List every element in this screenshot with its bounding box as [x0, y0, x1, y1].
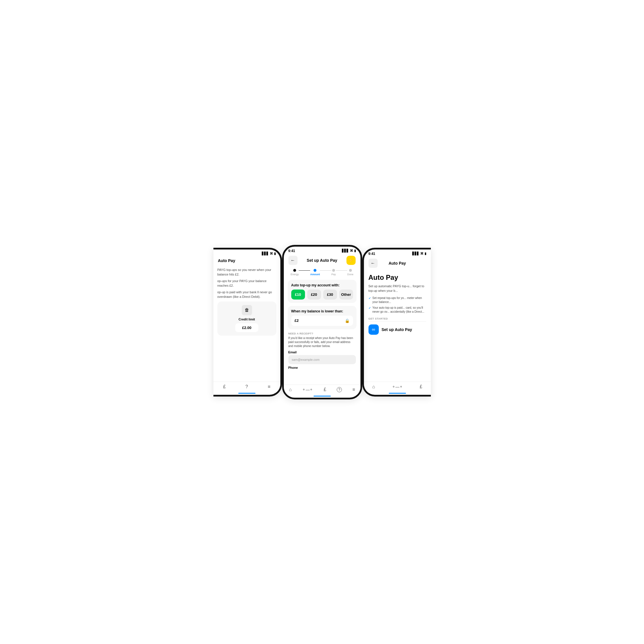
balance-card: When my balance is lower than: £2 🔒	[288, 306, 356, 329]
balance-input-row: £2 🔒	[291, 316, 353, 326]
back-button-right[interactable]: ←	[368, 259, 378, 268]
help-icon-center: ?	[337, 387, 342, 392]
check-list: ✓ Set repeat top-ups for yo... meter whe…	[368, 296, 426, 314]
check-text-2: Your auto top-up is paid... card, so you…	[372, 306, 426, 314]
wifi-icon-right: ⌘	[420, 252, 423, 255]
receipt-section: NEED A RECEIPT? If you'd like a receipt …	[288, 332, 356, 370]
amount-options: £10 £20 £30 Other	[291, 290, 353, 300]
balance-card-title: When my balance is lower than:	[291, 309, 353, 313]
nav-billing-left[interactable]: £	[223, 384, 226, 389]
center-content: Auto top-up my account with: £10 £20 £30…	[284, 277, 360, 385]
left-text-3: op-up is paid with your bank ll never go…	[217, 290, 276, 299]
credit-limit-value: £2.00	[235, 323, 258, 332]
nav-menu-left[interactable]: ≡	[268, 384, 270, 389]
signal-icon-center: ▋▋▋	[342, 249, 349, 253]
trash-icon[interactable]: 🗑	[242, 305, 252, 315]
page-title-left: Auto Pay	[218, 258, 235, 263]
lock-icon: 🔒	[345, 318, 350, 323]
right-description: Set up automatic PAYG top-u... forget to…	[368, 284, 426, 293]
amount-btn-30[interactable]: £30	[323, 290, 337, 300]
step-dot-energy	[293, 269, 296, 272]
receipt-desc: If you'd like a receipt when your Auto P…	[288, 336, 356, 348]
email-input[interactable]: sam@example.com	[288, 355, 356, 364]
receipt-label: NEED A RECEIPT?	[288, 332, 356, 335]
step-line-3	[336, 270, 347, 271]
email-label: Email	[288, 350, 356, 354]
battery-icon-center: ▮	[354, 249, 356, 253]
infinity-icon: ∞	[368, 324, 379, 335]
flash-icon-center[interactable]: ⚡	[346, 256, 356, 265]
nav-usage-center[interactable]: ⚬—⚬	[302, 387, 313, 392]
nav-bar-right: ← Auto Pay	[364, 257, 431, 270]
battery-icon-right: ▮	[425, 252, 426, 255]
nav-title-right: Auto Pay	[389, 261, 406, 265]
nav-home-center[interactable]: ⌂	[289, 387, 292, 392]
step-label-amount: Amount	[310, 273, 320, 276]
bottom-nav-right: ⌂ ⚬—⚬ £	[364, 382, 431, 393]
status-bar-right: 9:41 ▋▋▋ ⌘ ▮	[364, 249, 431, 257]
nav-bar-left: Auto Pay	[213, 257, 280, 265]
check-mark-2: ✓	[368, 306, 371, 310]
step-line-1	[299, 270, 310, 271]
check-mark-1: ✓	[368, 296, 371, 300]
step-label-pay: Pay	[331, 273, 336, 276]
amount-btn-20[interactable]: £20	[307, 290, 321, 300]
bottom-indicator-right	[389, 393, 406, 394]
nav-title-center: Set up Auto Pay	[307, 258, 337, 263]
credit-limit-section: 🗑 Credit limit £2.00	[217, 302, 276, 336]
menu-icon-left: ≡	[268, 384, 270, 389]
nav-billing-center[interactable]: £	[324, 387, 326, 392]
signal-icon-left: ▋▋▋	[262, 252, 269, 255]
step-dot-pay	[332, 269, 335, 272]
nav-menu-center[interactable]: ≡	[352, 387, 355, 392]
amount-btn-other[interactable]: Other	[339, 290, 353, 300]
scene: ▋▋▋ ⌘ ▮ Auto Pay PAYG top-ups so you nev…	[193, 233, 451, 411]
nav-home-right[interactable]: ⌂	[372, 384, 375, 389]
step-label-done: Done	[347, 273, 354, 276]
check-item-2: ✓ Your auto top-up is paid... card, so y…	[368, 306, 426, 314]
home-icon-center: ⌂	[289, 387, 292, 392]
right-page-title: Auto Pay	[368, 274, 426, 282]
step-dot-done	[349, 269, 352, 272]
divider-right	[368, 321, 426, 322]
right-content: Auto Pay Set up automatic PAYG top-u... …	[364, 270, 431, 382]
check-item-1: ✓ Set repeat top-ups for yo... meter whe…	[368, 296, 426, 304]
phone-right: 9:41 ▋▋▋ ⌘ ▮ ← Auto Pay Auto Pay Set up …	[362, 248, 431, 397]
step-energy: Energy	[291, 269, 299, 276]
status-bar-center: 9:41 ▋▋▋ ⌘ ▮	[284, 247, 360, 254]
nav-billing-right[interactable]: £	[420, 384, 422, 389]
status-bar-left: ▋▋▋ ⌘ ▮	[213, 249, 280, 257]
left-text-2: op-ups for your PAYG your balance reache…	[217, 279, 276, 288]
amount-card: Auto top-up my account with: £10 £20 £30…	[288, 280, 356, 303]
credit-limit-label: Credit limit	[239, 318, 255, 321]
phone-left: ▋▋▋ ⌘ ▮ Auto Pay PAYG top-ups so you nev…	[213, 248, 282, 397]
signal-icon-right: ▋▋▋	[412, 252, 419, 255]
amount-btn-10[interactable]: £10	[291, 290, 305, 300]
nav-usage-right[interactable]: ⚬—⚬	[392, 385, 403, 389]
get-started-label: GET STARTED	[368, 317, 426, 320]
phone-center: 9:41 ▋▋▋ ⌘ ▮ ← Set up Auto Pay ⚡	[282, 245, 362, 399]
step-dot-amount	[314, 269, 316, 272]
usage-icon-center: ⚬—⚬	[302, 387, 313, 392]
home-icon-right: ⌂	[372, 384, 375, 389]
step-label-energy: Energy	[291, 273, 299, 276]
billing-icon-right: £	[420, 384, 422, 389]
step-line-2	[320, 270, 331, 271]
menu-icon-center: ≡	[352, 387, 355, 392]
nav-bar-center: ← Set up Auto Pay ⚡	[284, 254, 360, 267]
step-amount: Amount	[310, 269, 320, 276]
battery-icon-left: ▮	[274, 252, 276, 255]
step-done: Done	[347, 269, 354, 276]
nav-help-center[interactable]: ?	[337, 387, 342, 392]
back-button-center[interactable]: ←	[288, 256, 298, 265]
billing-icon-left: £	[223, 384, 226, 389]
setup-btn-label: Set up Auto Pay	[382, 327, 412, 332]
time-center: 9:41	[288, 249, 295, 253]
nav-help-left[interactable]: ?	[245, 384, 248, 389]
setup-auto-pay-button[interactable]: ∞ Set up Auto Pay	[368, 324, 426, 335]
time-right: 9:41	[368, 252, 375, 256]
balance-value: £2	[295, 318, 299, 323]
wifi-icon-left: ⌘	[270, 252, 273, 255]
left-content: PAYG top-ups so you never when your bala…	[213, 265, 280, 382]
check-text-1: Set repeat top-ups for yo... meter when …	[372, 296, 426, 304]
